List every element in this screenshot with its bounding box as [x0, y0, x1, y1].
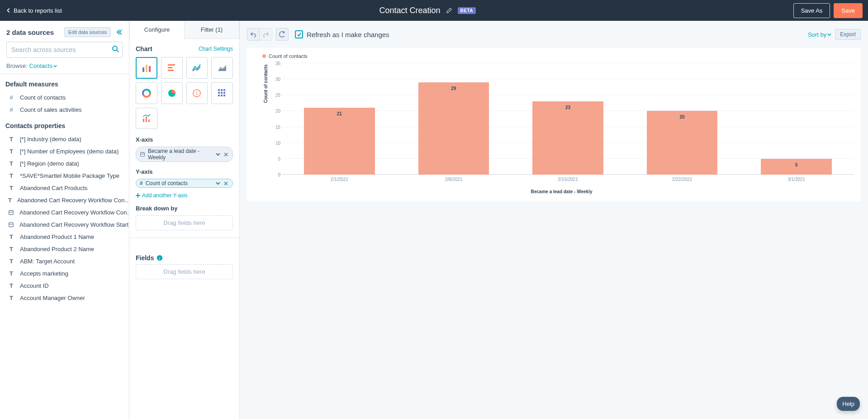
caret-down-icon	[53, 64, 57, 68]
field-label: Account Manager Owner	[20, 295, 85, 301]
save-as-button[interactable]: Save As	[793, 3, 830, 18]
legend-swatch-icon	[262, 54, 266, 58]
bar-value: 20	[680, 114, 685, 119]
fields-dropzone[interactable]: Drag fields here	[136, 264, 233, 279]
bar-slot: 20	[625, 63, 740, 175]
export-button[interactable]: Export	[835, 29, 861, 40]
chart-plot: Count of contacts 05101520253035 21 29 2…	[270, 63, 854, 181]
sort-by-dropdown[interactable]: Sort by	[808, 31, 831, 38]
bar-slot: 29	[397, 63, 511, 175]
refresh-button[interactable]	[276, 28, 289, 41]
fields-info-button[interactable]: i	[157, 255, 163, 261]
svg-rect-18	[218, 92, 220, 94]
svg-rect-20	[223, 92, 225, 94]
tab-filter[interactable]: Filter (1)	[185, 21, 239, 39]
chevron-down-icon	[216, 181, 220, 186]
chart-type-horizontal-bar[interactable]	[161, 57, 183, 79]
bar[interactable]: 21	[304, 108, 375, 175]
breakdown-dropzone[interactable]: Drag fields here	[136, 215, 233, 230]
browse-value: Contacts	[29, 62, 52, 69]
search-input[interactable]	[6, 42, 123, 58]
field-item[interactable]: T*SAVE*Smarttel Mobile Package Type	[0, 170, 129, 182]
y-tick: 20	[275, 109, 280, 114]
edit-title-button[interactable]	[446, 7, 452, 14]
field-item[interactable]: Count of contacts	[0, 91, 129, 104]
svg-rect-16	[221, 89, 223, 91]
chart-type-bar[interactable]	[136, 57, 157, 79]
field-label: Abandoned Cart Recovery Workflow Con…	[17, 197, 129, 204]
breakdown-label: Break down by	[136, 205, 233, 212]
redo-button[interactable]	[260, 28, 272, 41]
x-axis-chip[interactable]: Became a lead date - Weekly	[136, 147, 233, 162]
field-item[interactable]: Abandoned Cart Recovery Workflow Con…	[0, 206, 129, 219]
x-axis-chip-remove[interactable]	[222, 152, 230, 157]
x-axis-chip-label: Became a lead date - Weekly	[148, 148, 214, 161]
add-y-axis-button[interactable]: Add another Y-axis	[136, 192, 233, 199]
y-axis-chip-dropdown[interactable]	[214, 181, 222, 186]
field-item[interactable]: T[*] Industry (demo data)	[0, 133, 129, 145]
bar[interactable]: 23	[532, 101, 603, 175]
x-axis-chip-dropdown[interactable]	[214, 152, 222, 157]
chart-type-combo[interactable]	[136, 108, 157, 129]
chart-type-table[interactable]	[211, 82, 233, 104]
chart-type-donut[interactable]	[136, 82, 157, 104]
redo-icon	[263, 31, 269, 38]
field-label: ABM: Target Account	[20, 258, 75, 265]
save-button[interactable]: Save	[834, 3, 863, 18]
svg-rect-4	[146, 65, 147, 72]
edit-data-sources-button[interactable]: Edit data sources	[64, 27, 111, 37]
field-item[interactable]: T[*] Region (demo data)	[0, 157, 129, 170]
field-item[interactable]: Count of sales activities	[0, 104, 129, 116]
text-icon: T	[8, 258, 14, 265]
auto-refresh-label: Refresh as I make changes	[307, 31, 389, 38]
field-item[interactable]: TABM: Target Account	[0, 255, 129, 267]
field-label: Abandoned Cart Products	[20, 185, 88, 191]
help-button[interactable]: Help	[837, 397, 860, 411]
field-item[interactable]: TAbandoned Product 1 Name	[0, 231, 129, 243]
chart-type-line[interactable]	[186, 57, 208, 79]
chart-type-summary[interactable]: 1	[186, 82, 208, 104]
y-axis-chip-remove[interactable]	[222, 181, 230, 186]
caret-down-icon	[827, 33, 831, 37]
chart-type-pie[interactable]	[161, 82, 183, 104]
field-item[interactable]: TAccount ID	[0, 280, 129, 292]
svg-rect-8	[168, 70, 174, 71]
info-icon: i	[157, 255, 163, 261]
tab-configure[interactable]: Configure	[129, 21, 185, 39]
chart-card: Count of contacts Count of contacts 0510…	[247, 48, 861, 201]
field-label: Abandoned Cart Recovery Workflow Start…	[19, 221, 129, 228]
browse-dropdown[interactable]: Contacts	[29, 62, 57, 69]
bar[interactable]: 20	[647, 111, 718, 175]
auto-refresh-toggle[interactable]: Refresh as I make changes	[295, 30, 389, 38]
undo-button[interactable]	[247, 28, 260, 41]
field-item[interactable]: TAbandoned Cart Products	[0, 182, 129, 194]
field-item[interactable]: TAbandoned Cart Recovery Workflow Con…	[0, 194, 129, 206]
field-item[interactable]: TAbandoned Product 2 Name	[0, 243, 129, 255]
pencil-icon	[446, 7, 452, 14]
y-axis-title: Count of contacts	[263, 65, 268, 103]
field-item[interactable]: TAccepts marketing	[0, 267, 129, 280]
chart-settings-link[interactable]: Chart Settings	[199, 46, 233, 52]
bar-chart-icon	[142, 63, 152, 73]
x-tick: 2/1/2021	[282, 177, 397, 182]
y-tick: 5	[278, 156, 280, 161]
field-item[interactable]: Abandoned Cart Recovery Workflow Start…	[0, 219, 129, 231]
svg-rect-7	[168, 67, 172, 68]
bar[interactable]: 5	[761, 159, 832, 175]
field-label: Abandoned Cart Recovery Workflow Con…	[19, 209, 129, 216]
y-axis-chip[interactable]: # Count of contacts	[136, 179, 233, 188]
collapse-panel-button[interactable]	[115, 29, 123, 36]
field-item[interactable]: T[*] Number of Employees (demo data)	[0, 145, 129, 157]
svg-rect-27	[141, 153, 145, 157]
bar[interactable]: 29	[418, 82, 489, 175]
svg-rect-5	[149, 66, 151, 72]
calendar-icon	[140, 152, 145, 157]
chart-type-area[interactable]	[211, 57, 233, 79]
svg-rect-21	[218, 95, 220, 96]
back-button[interactable]: Back to reports list	[5, 7, 62, 14]
hash-icon	[8, 94, 14, 101]
canvas-toolbar: Refresh as I make changes Sort by Export	[240, 21, 868, 48]
hash-icon	[8, 106, 14, 113]
field-item[interactable]: TAccount Manager Owner	[0, 292, 129, 304]
field-label: Count of contacts	[20, 94, 66, 101]
